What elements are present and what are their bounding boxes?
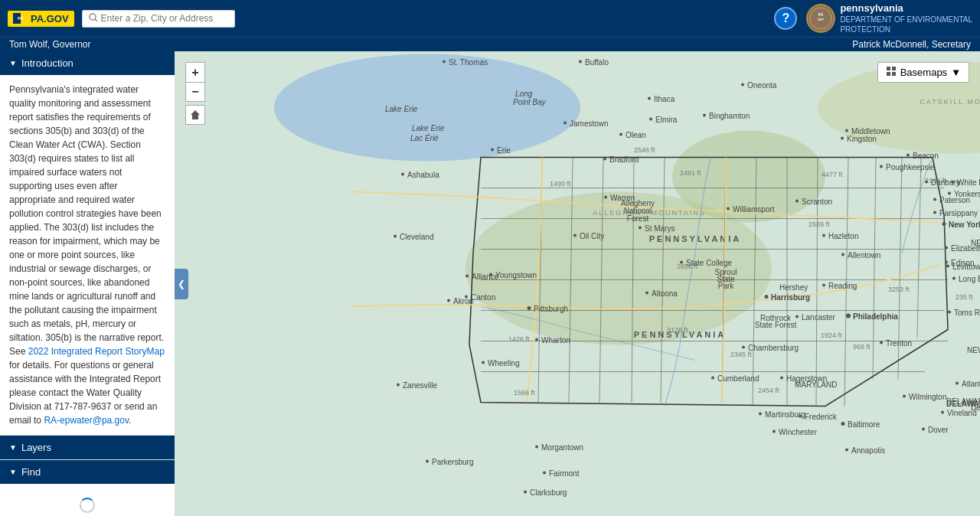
introduction-header[interactable]: ▼ Introduction xyxy=(0,51,175,75)
svg-text:St Marys: St Marys xyxy=(645,224,675,233)
svg-line-4 xyxy=(95,19,97,21)
svg-text:Park: Park xyxy=(718,282,735,290)
zoom-in-button[interactable]: + xyxy=(185,62,205,82)
svg-text:Cleveland: Cleveland xyxy=(400,233,433,241)
svg-point-96 xyxy=(573,234,577,237)
collapse-sidebar-button[interactable]: ❮ xyxy=(175,269,188,299)
svg-rect-208 xyxy=(892,72,896,76)
svg-point-146 xyxy=(773,430,776,433)
story-map-link[interactable]: 2022 Integrated Report StoryMap xyxy=(28,346,165,357)
svg-text:1426 ft: 1426 ft xyxy=(508,335,530,343)
svg-text:Frederick: Frederick xyxy=(805,413,838,421)
svg-point-82 xyxy=(648,97,651,100)
svg-text:4477 ft: 4477 ft xyxy=(822,171,843,178)
help-icon: ? xyxy=(782,11,789,25)
svg-point-84 xyxy=(703,114,706,117)
svg-text:PENNSYLVANIA: PENNSYLVANIA xyxy=(649,234,742,243)
svg-text:Ithaca: Ithaca xyxy=(654,95,675,103)
svg-point-176 xyxy=(956,382,959,385)
svg-text:Warren: Warren xyxy=(610,194,635,202)
svg-text:1566 ft: 1566 ft xyxy=(514,389,535,397)
svg-text:Beacon: Beacon xyxy=(913,152,939,160)
svg-text:Baltimore: Baltimore xyxy=(848,420,880,429)
svg-text:Ashabula: Ashabula xyxy=(407,171,439,179)
svg-point-114 xyxy=(765,295,769,299)
governor-label: Tom Wolf, Governor xyxy=(9,39,90,50)
svg-point-104 xyxy=(822,234,825,237)
introduction-section: ▼ Introduction Pennsylvania's integrated… xyxy=(0,51,175,436)
svg-point-166 xyxy=(443,60,446,64)
svg-point-11 xyxy=(274,54,580,162)
svg-text:Clarksburg: Clarksburg xyxy=(530,488,567,497)
svg-text:Erie: Erie xyxy=(497,146,511,155)
basemaps-grid-icon xyxy=(886,66,897,79)
svg-text:State Forest: State Forest xyxy=(755,321,797,329)
help-button[interactable]: ? xyxy=(774,7,797,30)
svg-text:2689 ft: 2689 ft xyxy=(808,220,830,228)
svg-point-150 xyxy=(535,446,538,449)
svg-text:Williamsport: Williamsport xyxy=(733,205,775,214)
svg-point-168 xyxy=(426,460,429,463)
map-container[interactable]: Long Point Bay Lake Erie Lac Érié Lake E… xyxy=(175,51,980,516)
spinner-icon xyxy=(80,498,95,513)
header: PA PA.GOV ? PA DEP pennsylvania xyxy=(0,0,980,37)
svg-text:Bradford: Bradford xyxy=(609,155,639,164)
svg-point-188 xyxy=(946,265,949,268)
basemaps-button[interactable]: Basemaps ▼ xyxy=(877,62,969,83)
collapse-icon: ❮ xyxy=(178,279,185,289)
main: ▼ Introduction Pennsylvania's integrated… xyxy=(0,51,980,516)
svg-text:Parkersburg: Parkersburg xyxy=(432,458,473,466)
basemaps-label: Basemaps xyxy=(900,67,947,78)
svg-point-112 xyxy=(645,292,648,295)
svg-point-172 xyxy=(524,491,527,494)
svg-point-152 xyxy=(482,361,485,364)
svg-text:Lancaster: Lancaster xyxy=(802,313,836,322)
svg-text:2491 ft: 2491 ft xyxy=(680,169,701,177)
svg-text:Hershey: Hershey xyxy=(779,283,808,292)
svg-text:Trenton: Trenton xyxy=(886,339,912,348)
svg-text:State College: State College xyxy=(686,259,732,267)
svg-text:Buffalo: Buffalo xyxy=(585,58,609,67)
svg-text:Toms River: Toms River xyxy=(954,309,980,317)
svg-text:Wharton: Wharton xyxy=(541,336,570,345)
svg-point-86 xyxy=(649,118,652,121)
svg-point-184 xyxy=(945,247,948,250)
svg-text:Canton: Canton xyxy=(471,293,495,302)
svg-point-186 xyxy=(945,261,948,264)
svg-text:Elizabeth: Elizabeth xyxy=(951,244,980,253)
svg-text:Alliance: Alliance xyxy=(472,273,498,281)
zoom-out-button[interactable]: − xyxy=(185,82,205,102)
svg-text:Atlantic City: Atlantic City xyxy=(962,380,980,388)
pa-gov-logo[interactable]: PA PA.GOV xyxy=(8,11,74,27)
layers-header[interactable]: ▼ Layers xyxy=(0,436,175,459)
svg-rect-205 xyxy=(887,67,890,70)
svg-point-154 xyxy=(397,384,400,387)
svg-text:Reading: Reading xyxy=(828,282,857,290)
pa-seal-icon: PA xyxy=(13,13,28,24)
search-bar[interactable] xyxy=(82,10,235,28)
svg-text:Point Bay: Point Bay xyxy=(513,98,547,106)
find-header[interactable]: ▼ Find xyxy=(0,460,175,484)
svg-point-170 xyxy=(543,472,546,475)
email-link[interactable]: RA-epwater@pa.gov xyxy=(44,415,129,426)
svg-text:Lake Erie: Lake Erie xyxy=(412,124,445,132)
svg-text:1924 ft: 1924 ft xyxy=(821,331,842,339)
svg-point-130 xyxy=(952,277,956,280)
svg-text:Long: Long xyxy=(515,90,533,98)
search-input[interactable] xyxy=(101,13,224,24)
svg-text:3128 ft: 3128 ft xyxy=(667,326,688,334)
svg-text:PA: PA xyxy=(818,12,824,17)
search-icon xyxy=(89,13,98,24)
svg-point-182 xyxy=(933,211,936,214)
svg-point-78 xyxy=(619,133,622,136)
sidebar: ▼ Introduction Pennsylvania's integrated… xyxy=(0,51,175,516)
find-content xyxy=(0,484,175,516)
svg-point-98 xyxy=(639,227,642,230)
home-button[interactable] xyxy=(185,105,205,125)
svg-point-180 xyxy=(933,198,936,201)
svg-text:Hagerstown: Hagerstown xyxy=(786,374,827,383)
svg-point-120 xyxy=(535,338,538,341)
introduction-chevron-icon: ▼ xyxy=(9,59,17,67)
svg-text:Morgantown: Morgantown xyxy=(541,443,583,452)
svg-text:Danbury: Danbury xyxy=(931,178,960,187)
